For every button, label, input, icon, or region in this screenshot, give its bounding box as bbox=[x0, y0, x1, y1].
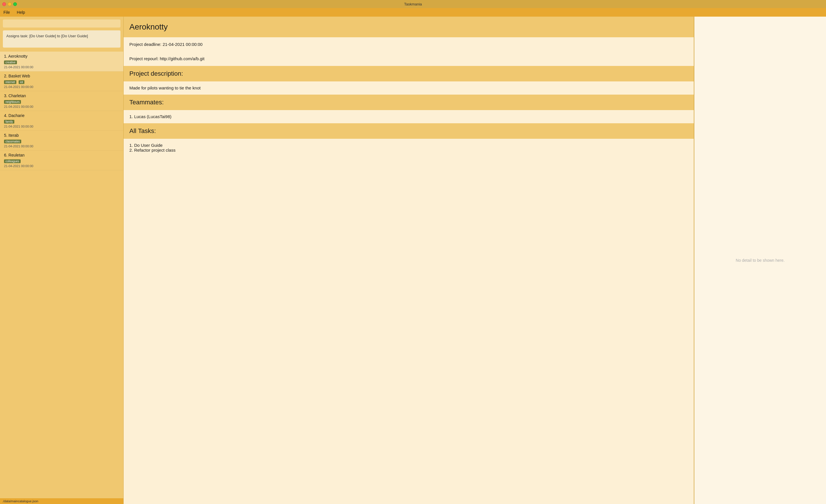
project-item-date: 21-04-2021 00:00:00 bbox=[4, 85, 119, 88]
notification-bar: Assigns task: [Do User Guide] to [Do Use… bbox=[3, 30, 120, 48]
tag-iot: iot bbox=[19, 80, 25, 84]
tag-colleagues: colleagues bbox=[4, 160, 21, 163]
project-item-title: 1. Aeroknotty bbox=[4, 54, 119, 59]
project-item-dacharie[interactable]: 4. Dacharie family 21-04-2021 00:00:00 bbox=[0, 111, 123, 131]
teammate-1: 1. Lucas (LucasTai98) bbox=[129, 114, 172, 119]
right-panel: No detail to be shown here. bbox=[694, 17, 826, 504]
project-item-tags: creative bbox=[4, 59, 119, 65]
project-item-title: 5. Iterab bbox=[4, 133, 119, 138]
main-layout: Assigns task: [Do User Guide] to [Do Use… bbox=[0, 17, 826, 504]
project-title-section: Aeroknotty bbox=[124, 17, 694, 37]
tasks-content: 1. Do User Guide 2. Refactor project cla… bbox=[124, 139, 694, 156]
description-body: Made for pilots wanting to tie the knot bbox=[129, 85, 200, 90]
description-header: Project description: bbox=[124, 66, 694, 81]
project-item-tags: family bbox=[4, 119, 119, 124]
menu-bar: File Help bbox=[0, 8, 826, 17]
left-status-bar: ./data/maincatalogue.json bbox=[0, 498, 123, 504]
project-item-date: 21-04-2021 00:00:00 bbox=[4, 164, 119, 168]
tag-internet: internet bbox=[4, 80, 16, 84]
project-item-title: 2. Basket Web bbox=[4, 74, 119, 78]
tag-family: family bbox=[4, 120, 14, 124]
tag-classmates: classmates bbox=[4, 140, 21, 143]
window-controls bbox=[2, 2, 17, 6]
deadline-section: Project deadline: 21-04-2021 00:00:00 bbox=[124, 37, 694, 52]
teammates-content: 1. Lucas (LucasTai98) bbox=[124, 110, 694, 123]
project-item-tags: colleagues bbox=[4, 158, 119, 164]
project-item-tags: neighbours bbox=[4, 99, 119, 104]
repo-text: Project repourl: http://github.com/a/b.g… bbox=[129, 56, 204, 61]
project-list: 1. Aeroknotty creative 21-04-2021 00:00:… bbox=[0, 51, 123, 498]
teammates-header-text: Teammates: bbox=[129, 99, 164, 106]
description-header-text: Project description: bbox=[129, 70, 183, 77]
project-item-aeroknotty[interactable]: 1. Aeroknotty creative 21-04-2021 00:00:… bbox=[0, 52, 123, 71]
menu-file[interactable]: File bbox=[2, 9, 11, 15]
project-item-date: 21-04-2021 00:00:00 bbox=[4, 105, 119, 108]
no-detail-text: No detail to be shown here. bbox=[735, 258, 784, 263]
title-bar: Taskmania bbox=[0, 0, 826, 8]
task-1: 1. Do User Guide bbox=[129, 143, 688, 148]
project-item-date: 21-04-2021 00:00:00 bbox=[4, 144, 119, 148]
tasks-header: All Tasks: bbox=[124, 123, 694, 139]
menu-help[interactable]: Help bbox=[16, 9, 26, 15]
project-item-title: 4. Dacharie bbox=[4, 113, 119, 118]
project-item-iterab[interactable]: 5. Iterab classmates 21-04-2021 00:00:00 bbox=[0, 131, 123, 150]
project-item-date: 21-04-2021 00:00:00 bbox=[4, 125, 119, 128]
project-item-tags: internet iot bbox=[4, 79, 119, 84]
project-item-reuletan[interactable]: 6. Reuletan colleagues 21-04-2021 00:00:… bbox=[0, 150, 123, 170]
middle-panel: Aeroknotty Project deadline: 21-04-2021 … bbox=[123, 17, 694, 504]
tasks-header-text: All Tasks: bbox=[129, 127, 156, 134]
left-panel: Assigns task: [Do User Guide] to [Do Use… bbox=[0, 17, 123, 504]
teammates-header: Teammates: bbox=[124, 94, 694, 110]
search-input[interactable] bbox=[3, 19, 120, 27]
window-title: Taskmania bbox=[404, 2, 422, 6]
deadline-text: Project deadline: 21-04-2021 00:00:00 bbox=[129, 42, 202, 47]
description-content: Made for pilots wanting to tie the knot bbox=[124, 81, 694, 94]
task-2: 2. Refactor project class bbox=[129, 148, 688, 152]
close-button[interactable] bbox=[2, 2, 6, 6]
tag-creative: creative bbox=[4, 61, 17, 64]
project-title: Aeroknotty bbox=[129, 22, 168, 31]
repo-section: Project repourl: http://github.com/a/b.g… bbox=[124, 52, 694, 66]
notification-text: Assigns task: [Do User Guide] to [Do Use… bbox=[6, 34, 88, 38]
project-item-tags: classmates bbox=[4, 138, 119, 144]
tag-neighbours: neighbours bbox=[4, 100, 21, 104]
maximize-button[interactable] bbox=[13, 2, 17, 6]
project-item-title: 3. Charletan bbox=[4, 93, 119, 98]
project-item-date: 21-04-2021 00:00:00 bbox=[4, 65, 119, 69]
project-item-title: 6. Reuletan bbox=[4, 153, 119, 158]
project-item-charletan[interactable]: 3. Charletan neighbours 21-04-2021 00:00… bbox=[0, 91, 123, 111]
status-path: ./data/maincatalogue.json bbox=[2, 499, 38, 503]
minimize-button[interactable] bbox=[8, 2, 11, 6]
project-item-basketweb[interactable]: 2. Basket Web internet iot 21-04-2021 00… bbox=[0, 71, 123, 91]
